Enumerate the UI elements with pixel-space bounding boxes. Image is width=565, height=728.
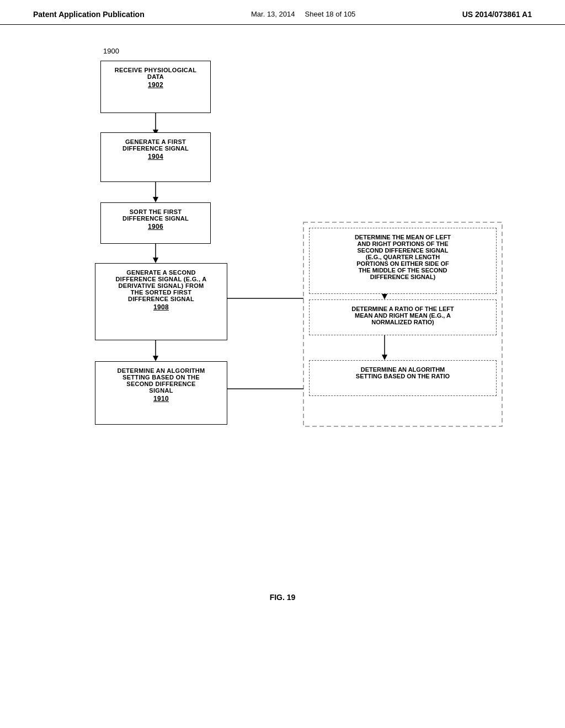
box-generate-second-difference: GENERATE A SECONDDIFFERENCE SIGNAL (E.G.… (95, 263, 227, 340)
svg-marker-3 (153, 197, 158, 202)
dbox-algorithm-ratio: DETERMINE AN ALGORITHMSETTING BASED ON T… (309, 360, 497, 396)
page-header: Patent Application Publication Mar. 13, … (0, 0, 565, 25)
box3-text: SORT THE FIRSTDIFFERENCE SIGNAL (122, 208, 189, 222)
dbox1-text: DETERMINE THE MEAN OF LEFTAND RIGHT PORT… (355, 234, 451, 280)
dbox2-text: DETERMINE A RATIO OF THE LEFTMEAN AND RI… (351, 306, 454, 325)
box-receive-physiological: RECEIVE PHYSIOLOGICALDATA 1902 (100, 61, 211, 113)
figure-label: FIG. 19 (33, 593, 532, 602)
box-sort-first-difference: SORT THE FIRSTDIFFERENCE SIGNAL 1906 (100, 202, 211, 244)
box-determine-algorithm: DETERMINE AN ALGORITHMSETTING BASED ON T… (95, 361, 227, 425)
dbox3-text: DETERMINE AN ALGORITHMSETTING BASED ON T… (356, 366, 450, 379)
main-content: 1900 (0, 25, 565, 624)
svg-marker-5 (153, 258, 158, 263)
box2-label: 1904 (105, 153, 206, 160)
box-generate-first-difference: GENERATE A FIRSTDIFFERENCE SIGNAL 1904 (100, 132, 211, 182)
header-center: Mar. 13, 2014 Sheet 18 of 105 (251, 10, 355, 18)
diagram-label: 1900 (103, 47, 119, 55)
publication-date: Mar. 13, 2014 (251, 10, 295, 18)
patent-number: US 2014/073861 A1 (462, 10, 532, 19)
sheet-info: Sheet 18 of 105 (305, 10, 356, 18)
dbox-determine-mean: DETERMINE THE MEAN OF LEFTAND RIGHT PORT… (309, 228, 497, 294)
box5-text: DETERMINE AN ALGORITHMSETTING BASED ON T… (117, 367, 205, 394)
svg-marker-11 (382, 355, 387, 360)
box1-text: RECEIVE PHYSIOLOGICALDATA (115, 67, 197, 80)
svg-marker-7 (153, 356, 158, 361)
box3-label: 1906 (105, 223, 206, 231)
svg-marker-9 (382, 294, 387, 299)
dbox-determine-ratio: DETERMINE A RATIO OF THE LEFTMEAN AND RI… (309, 299, 497, 335)
box4-label: 1908 (100, 303, 222, 311)
box5-label: 1910 (100, 395, 222, 403)
box2-text: GENERATE A FIRSTDIFFERENCE SIGNAL (122, 138, 189, 152)
publication-label: Patent Application Publication (33, 10, 145, 19)
box1-label: 1902 (105, 81, 206, 89)
box4-text: GENERATE A SECONDDIFFERENCE SIGNAL (E.G.… (116, 269, 207, 302)
